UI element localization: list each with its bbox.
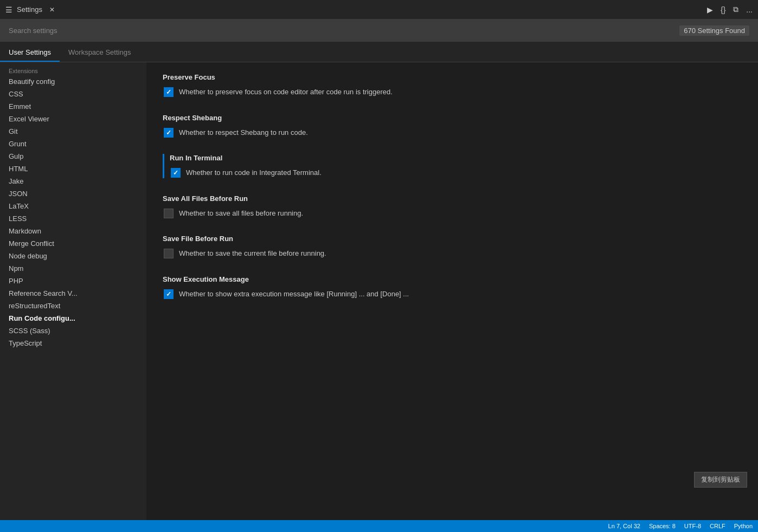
status-spaces[interactable]: Spaces: 8 — [649, 523, 676, 529]
sidebar-item-json[interactable]: JSON — [0, 187, 146, 200]
sidebar-item-markdown[interactable]: Markdown — [0, 225, 146, 237]
more-actions-icon[interactable]: ... — [746, 5, 753, 14]
status-line-ending[interactable]: CRLF — [710, 523, 725, 529]
sidebar-item-node-debug[interactable]: Node debug — [0, 250, 146, 262]
sidebar-item-latex[interactable]: LaTeX — [0, 200, 146, 212]
setting-desc-save-file: Whether to save the current file before … — [179, 248, 326, 259]
setting-desc-run-in-terminal: Whether to run code in Integrated Termin… — [186, 167, 322, 178]
sidebar-item-git[interactable]: Git — [0, 125, 146, 138]
search-count: 670 Settings Found — [679, 25, 749, 36]
sidebar-item-jake[interactable]: Jake — [0, 175, 146, 187]
sidebar-item-reference-search[interactable]: Reference Search V... — [0, 287, 146, 300]
search-bar: 670 Settings Found — [0, 19, 758, 42]
status-encoding[interactable]: UTF-8 — [684, 523, 701, 529]
title-bar-actions: ▶ {} ⧉ ... — [707, 5, 753, 14]
sidebar-item-typescript[interactable]: TypeScript — [0, 337, 146, 349]
status-line-col[interactable]: Ln 7, Col 32 — [608, 523, 640, 529]
title-bar-left: ☰ Settings ✕ — [5, 5, 57, 15]
setting-respect-shebang: Respect Shebang Whether to respect Sheba… — [163, 114, 742, 138]
sidebar-item-npm[interactable]: Npm — [0, 262, 146, 275]
setting-run-in-terminal: Run In Terminal Whether to run code in I… — [163, 154, 742, 178]
setting-desc-show-execution-message: Whether to show extra execution message … — [179, 289, 409, 300]
sidebar-item-html[interactable]: HTML — [0, 163, 146, 175]
setting-title-run-in-terminal: Run In Terminal — [170, 154, 742, 162]
setting-title-respect-shebang: Respect Shebang — [163, 114, 742, 122]
window-title: Settings — [17, 5, 42, 14]
checkbox-run-in-terminal[interactable] — [171, 168, 181, 178]
sidebar-item-restructuredtext[interactable]: reStructuredText — [0, 300, 146, 312]
status-bar: Ln 7, Col 32 Spaces: 8 UTF-8 CRLF Python — [0, 520, 758, 532]
sidebar-section-label: Extensions — [0, 66, 146, 75]
checkbox-respect-shebang[interactable] — [164, 128, 174, 138]
sidebar-item-php[interactable]: PHP — [0, 275, 146, 287]
setting-title-save-all-files: Save All Files Before Run — [163, 194, 742, 203]
setting-show-execution-message: Show Execution Message Whether to show e… — [163, 275, 742, 300]
status-language[interactable]: Python — [734, 523, 753, 529]
search-input[interactable] — [9, 27, 601, 35]
checkbox-save-file[interactable] — [164, 249, 174, 258]
tabs-bar: User Settings Workspace Settings — [0, 42, 758, 62]
checkbox-save-all-files[interactable] — [164, 209, 174, 218]
sidebar-item-grunt[interactable]: Grunt — [0, 138, 146, 150]
setting-preserve-focus: Preserve Focus Whether to preserve focus… — [163, 73, 742, 98]
setting-row-respect-shebang: Whether to respect Shebang to run code. — [163, 127, 742, 138]
setting-row-show-execution-message: Whether to show extra execution message … — [163, 289, 742, 300]
setting-save-file: Save File Before Run Whether to save the… — [163, 235, 742, 259]
menu-icon: ☰ — [5, 5, 12, 14]
sidebar-item-gulp[interactable]: Gulp — [0, 150, 146, 163]
main-content: Extensions Beautify config CSS Emmet Exc… — [0, 62, 758, 520]
title-bar: ☰ Settings ✕ ▶ {} ⧉ ... — [0, 0, 758, 19]
sidebar-item-emmet[interactable]: Emmet — [0, 100, 146, 113]
format-icon[interactable]: {} — [721, 5, 725, 14]
sidebar-item-excel-viewer[interactable]: Excel Viewer — [0, 113, 146, 125]
sidebar-item-beautify[interactable]: Beautify config — [0, 75, 146, 88]
setting-title-show-execution-message: Show Execution Message — [163, 275, 742, 283]
sidebar-item-less[interactable]: LESS — [0, 212, 146, 225]
sidebar-item-run-code[interactable]: Run Code configu... — [0, 312, 146, 325]
setting-row-save-all-files: Whether to save all files before running… — [163, 208, 742, 219]
setting-desc-save-all-files: Whether to save all files before running… — [179, 208, 303, 219]
sidebar-item-merge-conflict[interactable]: Merge Conflict — [0, 237, 146, 250]
setting-title-save-file: Save File Before Run — [163, 235, 742, 243]
setting-title-preserve-focus: Preserve Focus — [163, 73, 742, 81]
settings-panel: Preserve Focus Whether to preserve focus… — [146, 62, 758, 520]
checkbox-preserve-focus[interactable] — [164, 87, 174, 97]
setting-save-all-files: Save All Files Before Run Whether to sav… — [163, 194, 742, 219]
setting-desc-preserve-focus: Whether to preserve focus on code editor… — [179, 87, 393, 98]
setting-desc-respect-shebang: Whether to respect Shebang to run code. — [179, 127, 308, 138]
close-button[interactable]: ✕ — [47, 5, 57, 15]
sidebar: Extensions Beautify config CSS Emmet Exc… — [0, 62, 146, 520]
setting-row-run-in-terminal: Whether to run code in Integrated Termin… — [170, 167, 742, 178]
setting-row-save-file: Whether to save the current file before … — [163, 248, 742, 259]
checkbox-show-execution-message[interactable] — [164, 289, 174, 299]
copy-to-clipboard-button[interactable]: 复制到剪贴板 — [694, 472, 747, 488]
sidebar-item-scss[interactable]: SCSS (Sass) — [0, 325, 146, 337]
run-icon[interactable]: ▶ — [707, 5, 713, 14]
sidebar-item-css[interactable]: CSS — [0, 88, 146, 100]
split-editor-icon[interactable]: ⧉ — [733, 5, 738, 14]
tab-workspace-settings[interactable]: Workspace Settings — [60, 44, 139, 62]
setting-row-preserve-focus: Whether to preserve focus on code editor… — [163, 87, 742, 98]
tab-user-settings[interactable]: User Settings — [0, 44, 60, 62]
